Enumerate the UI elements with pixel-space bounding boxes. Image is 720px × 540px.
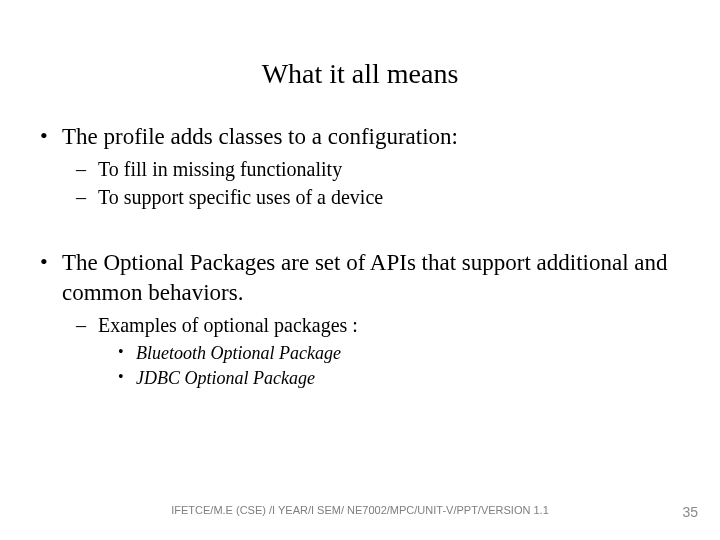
bullet-text: The Optional Packages are set of APIs th… [62,250,668,305]
slide: What it all means The profile adds class… [0,0,720,540]
sub-bullet-text: To fill in missing functionality [98,158,342,180]
spacer [36,216,690,248]
sub-bullet-item: Examples of optional packages : Bluetoot… [62,312,690,391]
footer-text: IFETCE/M.E (CSE) /I YEAR/I SEM/ NE7002/M… [0,504,720,516]
sub-bullet-list: To fill in missing functionality To supp… [62,156,690,210]
sub-bullet-item: To fill in missing functionality [62,156,690,182]
sub-bullet-text: Examples of optional packages : [98,314,358,336]
sub-sub-bullet-item: JDBC Optional Package [98,367,690,390]
slide-content: The profile adds classes to a configurat… [0,122,720,390]
page-number: 35 [682,504,698,520]
sub-sub-bullet-text: Bluetooth Optional Package [136,343,341,363]
bullet-item: The profile adds classes to a configurat… [36,122,690,210]
sub-sub-bullet-list: Bluetooth Optional Package JDBC Optional… [98,342,690,391]
slide-title: What it all means [0,0,720,122]
sub-sub-bullet-text: JDBC Optional Package [136,368,315,388]
sub-bullet-text: To support specific uses of a device [98,186,383,208]
sub-bullet-item: To support specific uses of a device [62,184,690,210]
bullet-text: The profile adds classes to a configurat… [62,124,458,149]
sub-sub-bullet-item: Bluetooth Optional Package [98,342,690,365]
sub-bullet-list: Examples of optional packages : Bluetoot… [62,312,690,391]
bullet-list: The Optional Packages are set of APIs th… [36,248,690,391]
bullet-item: The Optional Packages are set of APIs th… [36,248,690,391]
bullet-list: The profile adds classes to a configurat… [36,122,690,210]
